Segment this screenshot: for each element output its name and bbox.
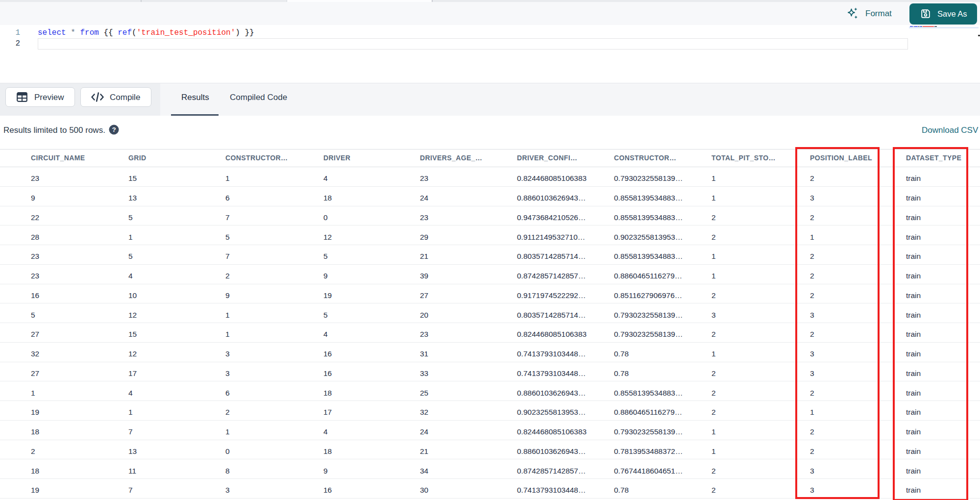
svg-text:?: ? (112, 126, 116, 133)
